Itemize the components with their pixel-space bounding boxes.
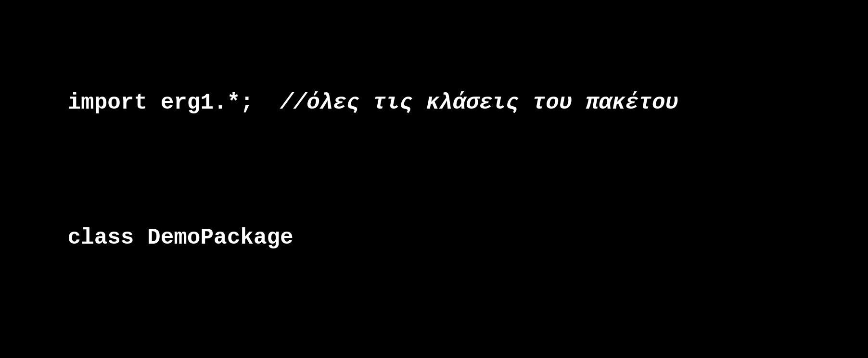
code-keyword-import: import erg1.*; [67, 90, 280, 115]
code-comment-1: //όλες τις κλάσεις του πακέτου [280, 90, 678, 115]
code-line-3: { [14, 332, 854, 358]
code-class-declaration: class DemoPackage [67, 225, 293, 250]
code-line-1: import erg1.*; //όλες τις κλάσεις του πα… [14, 62, 854, 143]
code-line-2: class DemoPackage [14, 198, 854, 278]
code-display: import erg1.*; //όλες τις κλάσεις του πα… [0, 0, 868, 358]
